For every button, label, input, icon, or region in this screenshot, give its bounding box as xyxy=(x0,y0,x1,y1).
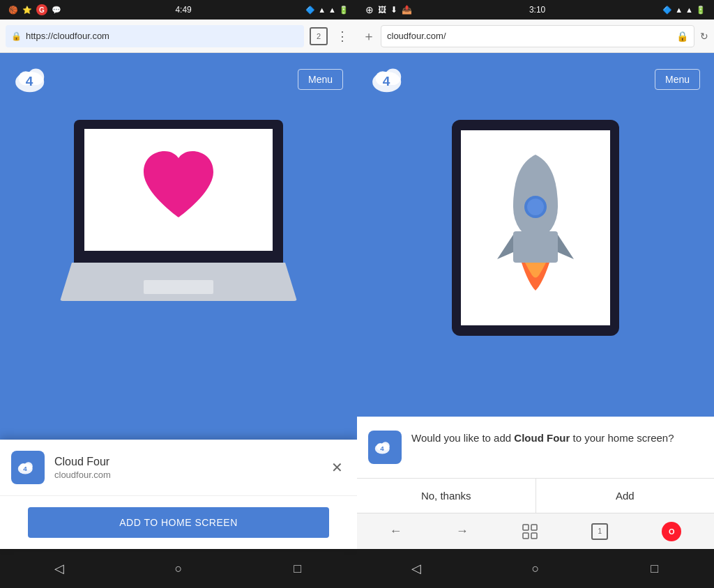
sheet-header: 4 Cloud Four cloudfour.com ✕ xyxy=(0,440,357,496)
no-thanks-button[interactable]: No, thanks xyxy=(357,479,536,513)
chat-icon: 💬 xyxy=(52,6,61,15)
svg-point-14 xyxy=(527,199,544,215)
svg-text:4: 4 xyxy=(380,444,384,452)
app-icon-small: 4 xyxy=(11,451,45,484)
opera-forward-button[interactable]: → xyxy=(445,518,480,544)
right-wifi-icon: ▲ xyxy=(675,6,683,14)
app-info: Cloud Four cloudfour.com xyxy=(54,456,319,480)
add-to-homescreen-button[interactable]: ADD TO HOME SCREEN xyxy=(28,507,329,538)
left-url-field[interactable]: 🔒 https://cloudfour.com xyxy=(6,25,304,47)
laptop-illustration xyxy=(60,120,297,301)
opera-tabs-button[interactable]: 1 xyxy=(580,518,619,546)
reload-icon[interactable]: ↻ xyxy=(700,31,708,42)
left-status-bar: 🏀 ⭐ G 💬 4:49 🔷 ▲ ▲ 🔋 xyxy=(0,0,357,20)
dialog-text: Would you like to add Cloud Four to your… xyxy=(411,431,674,447)
dialog-prefix: Would you like to add Cloud Four to your… xyxy=(411,432,674,444)
cloudfour-logo: 4 xyxy=(14,64,56,95)
left-address-bar: 🔒 https://cloudfour.com 2 ⋮ xyxy=(0,20,357,53)
laptop-keyboard-area xyxy=(144,280,213,294)
svg-rect-15 xyxy=(513,231,558,263)
home-button[interactable]: ○ xyxy=(165,555,192,582)
add-to-homescreen-sheet: 4 Cloud Four cloudfour.com ✕ ADD TO HOME… xyxy=(0,440,357,549)
right-phone: ⊕ 🖼 ⬇ 📤 3:10 🔷 ▲ ▲ 🔋 ＋ cloudfour.com/ 🔒 … xyxy=(357,0,714,588)
battery-icon: 🔋 xyxy=(339,6,349,15)
right-signal-icon: ▲ xyxy=(685,6,693,14)
right-recent-button[interactable]: □ xyxy=(641,555,669,582)
right-address-bar: ＋ cloudfour.com/ 🔒 ↻ xyxy=(357,20,714,53)
opera-toolbar: ← → 1 O xyxy=(357,513,714,549)
right-time: 3:10 xyxy=(529,5,545,15)
right-status-right-icons: 🔷 ▲ ▲ 🔋 xyxy=(662,6,706,15)
dialog-content: 4 Would you like to add Cloud Four to yo… xyxy=(357,417,714,478)
tab-count-badge[interactable]: 2 xyxy=(310,27,328,45)
left-app-header: 4 Menu xyxy=(0,53,357,106)
tablet-screen xyxy=(461,130,610,325)
add-button-container: ADD TO HOME SCREEN xyxy=(0,496,357,549)
back-arrow-icon: ← xyxy=(390,524,402,539)
opera-logo-button[interactable]: O xyxy=(651,516,692,547)
right-back-button[interactable]: ◁ xyxy=(402,555,430,582)
right-url-field[interactable]: cloudfour.com/ 🔒 xyxy=(381,25,694,47)
laptop-screen-inner xyxy=(84,129,273,251)
right-cloudfour-logo: 4 xyxy=(371,64,413,95)
bluetooth-icon: 🔷 xyxy=(305,6,315,15)
svg-rect-23 xyxy=(531,533,537,539)
basketball-icon: 🏀 xyxy=(8,6,18,15)
svg-rect-21 xyxy=(531,525,537,530)
wifi-icon: ▲ xyxy=(318,6,326,14)
lock-icon: 🔒 xyxy=(11,31,22,41)
svg-text:4: 4 xyxy=(383,74,390,88)
right-status-bar: ⊕ 🖼 ⬇ 📤 3:10 🔷 ▲ ▲ 🔋 xyxy=(357,0,714,20)
opera-back-button[interactable]: ← xyxy=(379,518,413,544)
bt-icon: 🔷 xyxy=(662,6,672,15)
left-url-text: https://cloudfour.com xyxy=(26,31,109,41)
back-button[interactable]: ◁ xyxy=(45,555,73,582)
image-icon: 🖼 xyxy=(378,5,386,15)
left-status-icons: 🏀 ⭐ G 💬 xyxy=(8,4,61,15)
right-app-header: 4 Menu xyxy=(357,53,714,106)
recent-apps-button[interactable]: □ xyxy=(284,555,312,582)
right-url-text: cloudfour.com/ xyxy=(387,31,446,41)
left-nav-bar: ◁ ○ □ xyxy=(0,549,357,588)
overflow-menu-icon[interactable]: ⋮ xyxy=(333,29,351,44)
dialog-app-name: Cloud Four xyxy=(514,432,570,444)
laptop-screen xyxy=(74,120,283,259)
forward-arrow-icon: → xyxy=(456,524,469,539)
left-menu-button[interactable]: Menu xyxy=(298,69,343,90)
tablet-frame xyxy=(452,120,619,336)
cursor-icon: ⊕ xyxy=(365,4,374,15)
right-status-left-icons: ⊕ 🖼 ⬇ 📤 xyxy=(365,4,412,15)
rocket-svg xyxy=(490,151,581,304)
add-to-homescreen-dialog: 4 Would you like to add Cloud Four to yo… xyxy=(357,417,714,513)
right-home-button[interactable]: ○ xyxy=(522,555,549,582)
svg-rect-20 xyxy=(523,525,529,530)
right-menu-button[interactable]: Menu xyxy=(655,69,700,90)
left-status-right-icons: 🔷 ▲ ▲ 🔋 xyxy=(305,6,349,15)
app-url: cloudfour.com xyxy=(54,470,319,480)
right-app-content: 4 Menu xyxy=(357,53,714,417)
g-icon: G xyxy=(36,4,47,15)
new-tab-icon[interactable]: ＋ xyxy=(363,28,375,45)
grid-icon xyxy=(522,524,538,539)
tabs-count-badge: 1 xyxy=(591,523,608,540)
add-button[interactable]: Add xyxy=(536,479,715,513)
left-phone: 🏀 ⭐ G 💬 4:49 🔷 ▲ ▲ 🔋 🔒 https://cloudfour… xyxy=(0,0,357,588)
svg-text:4: 4 xyxy=(26,74,33,88)
left-time: 4:49 xyxy=(175,5,191,15)
upload-icon: 📤 xyxy=(402,5,412,15)
right-battery-icon: 🔋 xyxy=(696,6,706,15)
star-icon: ⭐ xyxy=(22,6,32,15)
opera-icon: O xyxy=(662,522,681,541)
dialog-app-icon: 4 xyxy=(368,431,402,464)
tablet-illustration xyxy=(452,120,619,343)
right-lock-icon: 🔒 xyxy=(676,31,688,42)
opera-grid-button[interactable] xyxy=(511,518,549,545)
close-sheet-button[interactable]: ✕ xyxy=(328,456,346,479)
signal-icon: ▲ xyxy=(328,6,336,14)
download-icon: ⬇ xyxy=(390,5,397,15)
heart-svg xyxy=(137,151,220,228)
svg-text:4: 4 xyxy=(23,465,27,472)
svg-rect-22 xyxy=(523,533,529,539)
dialog-buttons: No, thanks Add xyxy=(357,478,714,513)
app-icon-logo: 4 xyxy=(17,459,38,476)
